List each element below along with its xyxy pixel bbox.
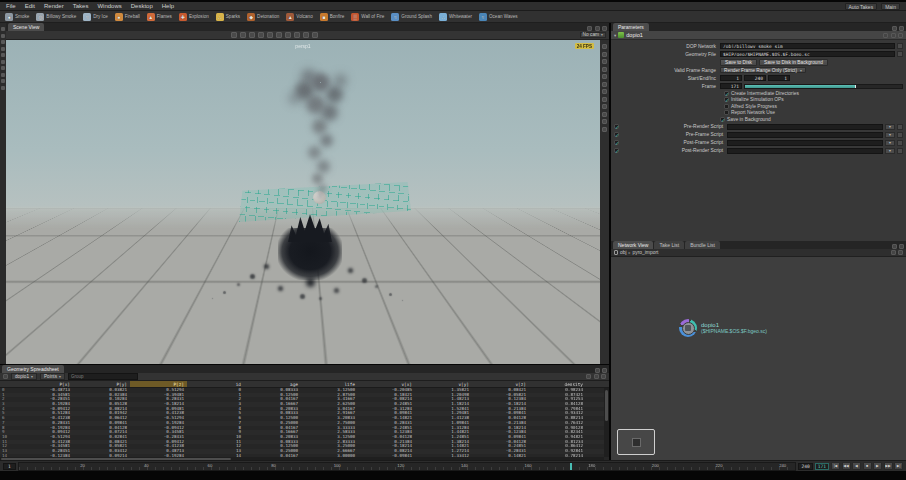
menu-help[interactable]: Help	[162, 2, 174, 11]
transport-button-2[interactable]: ◀	[852, 462, 861, 470]
column-header[interactable]: v[z]	[472, 381, 529, 387]
current-frame-field[interactable]: 171	[815, 463, 829, 470]
shelf-tool-fireball[interactable]: ●Fireball	[115, 13, 140, 21]
select-mode-icon[interactable]	[231, 32, 237, 38]
script-language-dropdown[interactable]: ▾	[885, 148, 895, 154]
network-tab-2[interactable]: Bundle List	[685, 241, 720, 249]
camera-selector[interactable]: No cam ▾	[580, 32, 606, 39]
pane-maximize-icon[interactable]	[899, 26, 904, 31]
geometry-file-field[interactable]: $HIP/geo/$HIPNAME.$OS.$F.bgeo.sc	[720, 51, 895, 57]
shelf-tool-dry-ice[interactable]: ≈Dry Ice	[83, 13, 108, 21]
end-frame-param[interactable]: 240	[744, 75, 766, 81]
column-header[interactable]: life	[301, 381, 358, 387]
file-browse-button[interactable]	[897, 51, 903, 57]
snap-toggle-icon[interactable]	[267, 32, 273, 38]
shelf-tool-flames[interactable]: ▲Flames	[147, 13, 172, 21]
frame-range-dropdown[interactable]: Render Frame Range Only (Strict) ▾	[720, 67, 806, 74]
tab-parameters[interactable]: Parameters	[613, 23, 649, 31]
script-menu-button[interactable]	[897, 132, 903, 138]
menu-desktop[interactable]: Desktop	[131, 2, 153, 11]
save-option-checkbox-3[interactable]	[724, 110, 729, 115]
shelf-tool-wall-of-fire[interactable]: ▒Wall of Fire	[351, 13, 384, 21]
column-header[interactable]: v[y]	[415, 381, 472, 387]
save-background-button[interactable]: Save to Disk in Background	[759, 59, 828, 66]
shade-icon[interactable]	[602, 82, 607, 87]
network-box[interactable]	[617, 429, 655, 455]
gear-icon[interactable]	[891, 33, 896, 38]
start-frame-field[interactable]: 1	[3, 463, 16, 470]
columns-icon[interactable]	[601, 374, 606, 379]
group-filter-input[interactable]	[68, 373, 138, 380]
script-field[interactable]	[727, 148, 883, 154]
rotate-icon[interactable]	[1, 40, 5, 44]
script-checkbox[interactable]: ✓	[614, 124, 619, 129]
history-forward-icon[interactable]	[898, 250, 903, 255]
script-language-dropdown[interactable]: ▾	[885, 140, 895, 146]
tab-geometry-spreadsheet[interactable]: Geometry Spreadsheet	[2, 365, 64, 373]
script-menu-button[interactable]	[897, 140, 903, 146]
pane-split-icon[interactable]	[587, 26, 592, 31]
lock-icon[interactable]	[614, 250, 618, 255]
normals-icon[interactable]	[602, 97, 607, 102]
shelf-tool-smoke[interactable]: ●Smoke	[5, 13, 29, 21]
script-language-dropdown[interactable]: ▾	[885, 124, 895, 130]
history-icon[interactable]	[1, 86, 5, 90]
playbar-marker[interactable]	[570, 463, 572, 470]
class-selector[interactable]: Points ▾	[40, 373, 65, 380]
save-option-checkbox-0[interactable]: ✓	[724, 91, 729, 96]
node-flag-ring[interactable]	[679, 319, 697, 337]
node-dopio1[interactable]: dopio1 ($HIPNAME.$OS.$F.bgeo.sc)	[679, 319, 767, 337]
network-tab-1[interactable]: Take List	[654, 241, 684, 249]
column-header[interactable]: P[y]	[73, 381, 130, 387]
transport-button-6[interactable]: ▶|	[894, 462, 903, 470]
frame-all-icon[interactable]	[602, 52, 607, 57]
transport-button-1[interactable]: ◀◀	[842, 462, 851, 470]
script-menu-button[interactable]	[897, 124, 903, 130]
select-icon[interactable]	[1, 27, 5, 31]
transport-button-0[interactable]: |◀	[831, 462, 840, 470]
snap-icon[interactable]	[1, 60, 5, 64]
transport-button-3[interactable]: ■	[863, 462, 872, 470]
vertical-scrollbar[interactable]	[604, 388, 609, 457]
scrollbar-thumb[interactable]	[605, 390, 608, 421]
breadcrumb-node[interactable]: pyro_import	[633, 250, 659, 255]
lighting-mode-icon[interactable]	[303, 32, 309, 38]
column-header[interactable]: v[x]	[358, 381, 415, 387]
help-icon[interactable]	[898, 33, 903, 38]
column-header[interactable]	[0, 381, 16, 387]
menu-windows[interactable]: Windows	[97, 2, 121, 11]
save-option-checkbox-1[interactable]: ✓	[724, 97, 729, 102]
refresh-icon[interactable]	[586, 374, 591, 379]
script-checkbox[interactable]: ✓	[614, 132, 619, 137]
shelf-tool-detonation[interactable]: ◆Detonation	[247, 13, 279, 21]
script-field[interactable]	[727, 132, 883, 138]
rotate-mode-icon[interactable]	[249, 32, 255, 38]
shelf-tool-explosion[interactable]: ✚Explosion	[179, 13, 209, 21]
op-picker-button[interactable]	[897, 43, 903, 49]
transport-button-4[interactable]: ▶	[873, 462, 882, 470]
shelf-tool-volcano[interactable]: ▲Volcano	[286, 13, 312, 21]
script-field[interactable]	[727, 140, 883, 146]
hdr-icon[interactable]	[602, 112, 607, 117]
filter-icon[interactable]	[594, 374, 599, 379]
frame-value-field[interactable]: 171	[720, 83, 742, 89]
move-mode-icon[interactable]	[240, 32, 246, 38]
pane-maximize-icon[interactable]	[602, 368, 607, 373]
timeline[interactable]: 20406080100120140160180200220240	[18, 462, 796, 471]
pane-split-icon[interactable]	[892, 26, 897, 31]
column-header[interactable]: density	[529, 381, 586, 387]
viewport-3d[interactable]: persp1 24 FPS billowy_smoke	[6, 40, 600, 364]
pane-close-icon[interactable]	[602, 26, 607, 31]
save-to-disk-button[interactable]: Save to Disk	[720, 59, 757, 66]
network-tab-0[interactable]: Network View	[613, 241, 653, 249]
menu-file[interactable]: File	[6, 2, 16, 11]
menu-takes[interactable]: Takes	[73, 2, 89, 11]
shade-mode-icon[interactable]	[285, 32, 291, 38]
transport-button-5[interactable]: ▶▶	[884, 462, 893, 470]
collapse-arrow-icon[interactable]: ▾	[614, 33, 616, 38]
shelf-tool-ground-splash[interactable]: ≈Ground Splash	[391, 13, 432, 21]
node-path-selector[interactable]: dopio1 ▾	[11, 373, 37, 380]
auto-takes-button[interactable]: Auto Takes	[845, 3, 878, 10]
frame-slider[interactable]	[744, 84, 903, 89]
grid-toggle-icon[interactable]	[276, 32, 282, 38]
